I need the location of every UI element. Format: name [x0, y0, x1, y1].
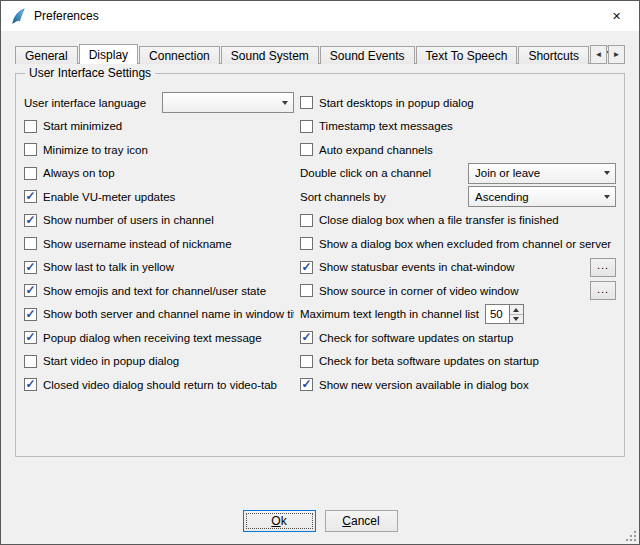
checkbox-box[interactable]: [24, 355, 37, 368]
checkbox-last-talk-yellow[interactable]: Show last to talk in yellow: [24, 256, 294, 280]
checkbox-label: Show a dialog box when excluded from cha…: [319, 238, 611, 250]
checkbox-label: Show last to talk in yellow: [43, 261, 174, 273]
checkbox-box[interactable]: [24, 120, 37, 133]
checkbox-desktops-popup[interactable]: Start desktops in popup dialog: [300, 91, 616, 115]
tab-bar: General Display Connection Sound System …: [15, 43, 625, 64]
checkbox-label: Check for software updates on startup: [319, 332, 513, 344]
max-text-length-row: Maximum text length in channel list 50: [300, 303, 616, 327]
checkbox-box[interactable]: [24, 214, 37, 227]
cancel-button[interactable]: Cancel: [325, 510, 398, 532]
checkbox-excluded-dialog[interactable]: Show a dialog box when excluded from cha…: [300, 232, 616, 256]
checkbox-box[interactable]: [300, 143, 313, 156]
checkbox-software-updates[interactable]: Check for software updates on startup: [300, 326, 616, 350]
checkbox-box[interactable]: [300, 355, 313, 368]
spinner-up-button[interactable]: [510, 305, 523, 315]
checkbox-label: Popup dialog when receiving text message: [43, 332, 262, 344]
checkbox-label: Start video in popup dialog: [43, 355, 179, 367]
checkbox-minimize-to-tray[interactable]: Minimize to tray icon: [24, 138, 294, 162]
checkbox-label: Show number of users in channel: [43, 214, 214, 226]
checkbox-video-popup-dialog[interactable]: Start video in popup dialog: [24, 350, 294, 374]
checkbox-box[interactable]: [24, 308, 37, 321]
checkbox-box[interactable]: [300, 96, 313, 109]
tab-sound-events[interactable]: Sound Events: [320, 46, 415, 64]
resize-grip[interactable]: [625, 530, 639, 544]
checkbox-box[interactable]: [24, 284, 37, 297]
language-combobox[interactable]: [162, 92, 294, 113]
tab-connection[interactable]: Connection: [139, 46, 220, 64]
sort-channels-row: Sort channels by Ascending: [300, 185, 616, 209]
checkbox-server-channel-in-title[interactable]: Show both server and channel name in win…: [24, 303, 294, 327]
spinner-down-button[interactable]: [510, 315, 523, 324]
checkbox-label: Always on top: [43, 167, 115, 179]
tab-label: Shortcuts: [528, 49, 579, 63]
combobox-value: Ascending: [475, 191, 598, 203]
checkbox-box[interactable]: [24, 143, 37, 156]
tab-display[interactable]: Display: [79, 44, 138, 64]
close-button[interactable]: ✕: [594, 1, 639, 31]
checkbox-label: Start desktops in popup dialog: [319, 97, 474, 109]
tab-scroll-right-button[interactable]: ►: [608, 45, 625, 64]
statusbar-events-config-button[interactable]: ...: [590, 258, 616, 277]
checkbox-box[interactable]: [24, 237, 37, 250]
dialog-footer: Ok Cancel: [1, 510, 639, 532]
checkbox-statusbar-events[interactable]: [300, 261, 313, 274]
user-interface-settings-group: User Interface Settings User interface l…: [15, 73, 625, 457]
checkbox-always-on-top[interactable]: Always on top: [24, 162, 294, 186]
left-column: User interface language Start minimized …: [24, 91, 294, 397]
checkbox-box[interactable]: [300, 237, 313, 250]
cancel-button-label: Cancel: [342, 514, 379, 528]
tab-scroll-buttons: ◄ ►: [589, 45, 625, 64]
checkbox-box[interactable]: [300, 120, 313, 133]
sort-channels-combobox[interactable]: Ascending: [468, 186, 616, 207]
checkbox-label: Closed video dialog should return to vid…: [43, 379, 277, 391]
checkbox-label: Minimize to tray icon: [43, 144, 148, 156]
checkbox-close-on-file-transfer[interactable]: Close dialog box when a file transfer is…: [300, 209, 616, 233]
checkbox-box[interactable]: [24, 167, 37, 180]
checkbox-emojis-text-state[interactable]: Show emojis and text for channel/user st…: [24, 279, 294, 303]
checkbox-show-user-count[interactable]: Show number of users in channel: [24, 209, 294, 233]
double-click-combobox[interactable]: Join or leave: [468, 163, 616, 184]
checkbox-video-source-corner[interactable]: [300, 284, 313, 297]
checkbox-start-minimized[interactable]: Start minimized: [24, 115, 294, 139]
checkbox-box[interactable]: [24, 331, 37, 344]
tab-sound-system[interactable]: Sound System: [221, 46, 319, 64]
checkbox-box[interactable]: [300, 214, 313, 227]
video-source-config-button[interactable]: ...: [590, 281, 616, 300]
ellipsis-label: ...: [597, 259, 609, 271]
tab-general[interactable]: General: [15, 46, 78, 64]
checkbox-beta-updates[interactable]: Check for beta software updates on start…: [300, 350, 616, 374]
checkbox-new-version-dialog[interactable]: Show new version available in dialog box: [300, 373, 616, 397]
checkbox-box[interactable]: [24, 261, 37, 274]
tab-text-to-speech[interactable]: Text To Speech: [416, 46, 518, 64]
dropdown-arrow-icon: [276, 93, 293, 112]
statusbar-events-row: Show statusbar events in chat-window ...: [300, 256, 616, 280]
tab-shortcuts[interactable]: Shortcuts: [518, 46, 589, 64]
checkbox-show-username[interactable]: Show username instead of nickname: [24, 232, 294, 256]
settings-columns: User interface language Start minimized …: [24, 91, 616, 397]
checkbox-box[interactable]: [300, 378, 313, 391]
spinner-value[interactable]: 50: [485, 304, 509, 324]
double-click-label: Double click on a channel: [300, 167, 431, 179]
tab-scroll-right-icon: ►: [613, 50, 621, 59]
checkbox-label: Show username instead of nickname: [43, 238, 232, 250]
group-title: User Interface Settings: [25, 66, 155, 80]
window-title: Preferences: [34, 9, 99, 23]
tab-scroll-left-icon: ◄: [595, 50, 603, 59]
checkbox-label: Auto expand channels: [319, 144, 433, 156]
max-text-length-spinner[interactable]: 50: [485, 304, 524, 324]
checkbox-vu-meter-updates[interactable]: Enable VU-meter updates: [24, 185, 294, 209]
video-source-row: Show source in corner of video window ..…: [300, 279, 616, 303]
checkbox-label: Show both server and channel name in win…: [43, 308, 294, 320]
ok-button[interactable]: Ok: [243, 510, 316, 532]
tab-label: Display: [89, 48, 128, 62]
checkbox-popup-text-message[interactable]: Popup dialog when receiving text message: [24, 326, 294, 350]
checkbox-timestamp-messages[interactable]: Timestamp text messages: [300, 115, 616, 139]
tab-scroll-left-button[interactable]: ◄: [590, 45, 607, 64]
tab-strip: General Display Connection Sound System …: [15, 43, 625, 64]
checkbox-box[interactable]: [24, 190, 37, 203]
checkbox-box[interactable]: [300, 331, 313, 344]
checkbox-box[interactable]: [24, 378, 37, 391]
checkbox-video-return-to-tab[interactable]: Closed video dialog should return to vid…: [24, 373, 294, 397]
checkbox-auto-expand-channels[interactable]: Auto expand channels: [300, 138, 616, 162]
tab-label: Connection: [149, 49, 210, 63]
